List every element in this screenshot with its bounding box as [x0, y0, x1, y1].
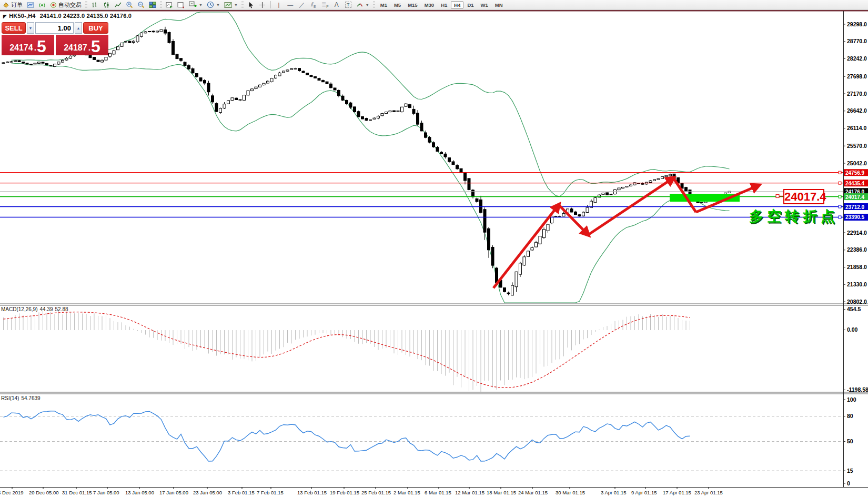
chart-shift-button[interactable] — [176, 1, 186, 9]
toolbar-grip — [85, 1, 87, 8]
svg-text:3 Apr 01:15: 3 Apr 01:15 — [601, 490, 627, 495]
ask-price-box[interactable]: 24187.5 — [56, 35, 108, 55]
strategy-test-button[interactable] — [164, 1, 175, 9]
line-chart-button[interactable] — [113, 1, 123, 9]
vline-icon: | — [278, 2, 279, 8]
svg-text:29298.0: 29298.0 — [847, 21, 867, 27]
svg-text:22914.0: 22914.0 — [847, 230, 867, 236]
signals-button[interactable] — [37, 1, 47, 9]
hline-icon: — — [287, 2, 293, 8]
trendline-icon: ／ — [299, 1, 305, 9]
mt4-window: 订单 自动交易 — [0, 0, 868, 497]
svg-text:0: 0 — [847, 480, 850, 486]
tf-button-w1[interactable]: W1 — [478, 1, 491, 9]
bid-price-box[interactable]: 24174.5 — [2, 35, 54, 55]
svg-text:12 Mar 01:15: 12 Mar 01:15 — [455, 490, 485, 495]
crosshair-tool-button[interactable] — [257, 1, 268, 9]
tf-button-m1[interactable]: M1 — [377, 1, 390, 9]
new-chart-button[interactable]: ▼ — [187, 1, 204, 9]
rsi-indicator-label: RSI(14)54.7639 — [1, 395, 43, 401]
svg-text:19 Feb 01:15: 19 Feb 01:15 — [330, 490, 359, 495]
svg-text:27170.0: 27170.0 — [847, 91, 867, 97]
svg-text:7 Jan 05:00: 7 Jan 05:00 — [93, 490, 119, 495]
market-watch-icon — [27, 2, 34, 8]
svg-text:17 Apr 01:15: 17 Apr 01:15 — [663, 490, 691, 495]
text-tool-button[interactable]: A — [331, 1, 342, 9]
new-order-button[interactable]: 订单 — [1, 1, 24, 9]
buy-button[interactable]: BUY — [83, 22, 108, 34]
template-icon — [224, 2, 232, 8]
arrows-tool-button[interactable]: ▼ — [355, 1, 371, 9]
bar-chart-button[interactable] — [89, 1, 100, 9]
gold-nugget-icon — [3, 2, 9, 8]
text-icon: A — [335, 1, 339, 8]
svg-text:5 Dec 2019: 5 Dec 2019 — [0, 490, 24, 495]
tf-button-mn[interactable]: MN — [492, 1, 506, 9]
tf-button-m5[interactable]: M5 — [391, 1, 404, 9]
templates-button[interactable]: ▼ — [223, 1, 239, 9]
svg-text:21330.0: 21330.0 — [847, 281, 867, 287]
svg-text:24435.4: 24435.4 — [845, 181, 865, 186]
chart-top-border — [0, 10, 868, 12]
equidistant-channel-icon: ⫽E — [311, 1, 316, 8]
candlestick-button[interactable] — [101, 1, 112, 9]
vline-tool-button[interactable]: | — [274, 1, 284, 9]
zoom-out-button[interactable] — [136, 1, 146, 9]
cursor-tool-button[interactable] — [246, 1, 256, 9]
macd-name: MACD(12,26,9) — [1, 306, 37, 312]
crosshair-icon — [259, 2, 266, 8]
svg-text:26642.0: 26642.0 — [847, 107, 867, 114]
market-watch-button[interactable] — [25, 1, 36, 9]
chart-shift-icon — [177, 2, 185, 8]
svg-text:23 Jan 05:00: 23 Jan 05:00 — [193, 490, 222, 495]
new-order-label: 订单 — [11, 1, 23, 9]
svg-text:3 Feb 01:15: 3 Feb 01:15 — [228, 490, 255, 495]
bid-dot: . — [34, 44, 36, 52]
autotrade-button[interactable]: 自动交易 — [48, 1, 83, 9]
zoom-in-button[interactable] — [124, 1, 135, 9]
ohlc-values: 24141.0 24223.0 24135.0 24176.0 — [40, 13, 132, 19]
channel-tool-button[interactable]: ⫽E — [308, 1, 319, 9]
fibonacci-tool-button[interactable]: ≣F — [320, 1, 330, 9]
svg-text:80: 80 — [847, 413, 853, 419]
volume-decrease-button[interactable]: ▼ — [27, 22, 34, 34]
toolbar-grip — [373, 1, 375, 8]
bid-fraction: 5 — [37, 39, 46, 54]
trendline-tool-button[interactable]: ／ — [297, 1, 307, 9]
timeframe-toolbar: M1M5M15M30H1H4D1W1MN — [377, 1, 506, 9]
svg-text:0.00: 0.00 — [847, 326, 858, 333]
toolbar-grip — [241, 1, 244, 8]
dropdown-arrow-icon: ▼ — [199, 3, 203, 7]
chart-canvas[interactable]: 29298.028770.028242.027698.027170.026642… — [0, 0, 868, 497]
hline-tool-button[interactable]: — — [285, 1, 296, 9]
svg-text:2 Mar 01:15: 2 Mar 01:15 — [393, 490, 420, 495]
macd-value: 44.39 — [39, 306, 53, 312]
tf-button-m15[interactable]: M15 — [405, 1, 420, 9]
tf-button-m30[interactable]: M30 — [421, 1, 437, 9]
text-label-icon: T — [345, 2, 351, 8]
arrows-icon — [356, 2, 364, 8]
tf-button-d1[interactable]: D1 — [464, 1, 477, 9]
one-click-trade-panel: SELL ▼ ▲ BUY 24174.5 24187.5 — [2, 22, 108, 55]
svg-text:25042.0: 25042.0 — [847, 160, 867, 166]
svg-text:30 Mar 01:15: 30 Mar 01:15 — [556, 490, 585, 495]
svg-text:50: 50 — [847, 438, 853, 444]
toolbar-separator — [270, 1, 271, 8]
svg-text:13 Feb 01:15: 13 Feb 01:15 — [297, 490, 327, 495]
tf-button-h1[interactable]: H1 — [438, 1, 450, 9]
zoom-out-icon — [137, 1, 145, 8]
zoom-in-icon — [126, 1, 133, 8]
volume-input[interactable] — [35, 22, 74, 34]
sell-button[interactable]: SELL — [2, 22, 26, 34]
svg-text:100: 100 — [847, 396, 856, 403]
autotrade-label: 自动交易 — [58, 1, 82, 9]
label-tool-button[interactable]: T — [343, 1, 354, 9]
tile-windows-button[interactable] — [147, 1, 158, 9]
tf-button-h4[interactable]: H4 — [451, 1, 463, 9]
rsi-name: RSI(14) — [1, 395, 19, 401]
volume-increase-button[interactable]: ▲ — [75, 22, 82, 34]
new-chart-plus-icon — [189, 1, 197, 8]
price-callout-label[interactable]: 24017.4 — [783, 189, 824, 204]
svg-text:23712.0: 23712.0 — [845, 204, 865, 210]
periods-button[interactable]: ▼ — [205, 1, 221, 9]
